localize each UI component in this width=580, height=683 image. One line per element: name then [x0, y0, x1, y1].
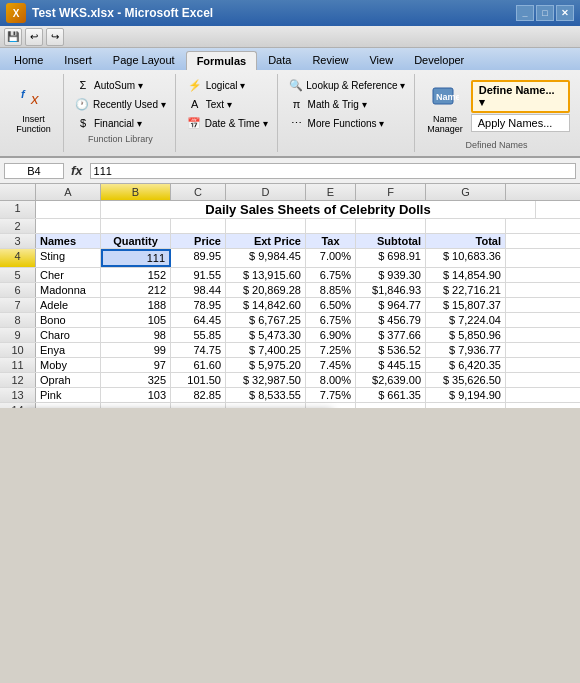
- cell-7-6[interactable]: $ 15,807.37: [426, 298, 506, 312]
- cell-6-4[interactable]: 8.85%: [306, 283, 356, 297]
- tab-insert[interactable]: Insert: [54, 51, 102, 70]
- cell-4-0[interactable]: Sting: [36, 249, 101, 267]
- cell-13-0[interactable]: Pink: [36, 388, 101, 402]
- col-header-g[interactable]: G: [426, 184, 506, 200]
- cell-13-3[interactable]: $ 8,533.55: [226, 388, 306, 402]
- cell-10-6[interactable]: $ 7,936.77: [426, 343, 506, 357]
- col-header-d[interactable]: D: [226, 184, 306, 200]
- cell-reference-box[interactable]: [4, 163, 64, 179]
- cell-10-3[interactable]: $ 7,400.25: [226, 343, 306, 357]
- cell-9-4[interactable]: 6.90%: [306, 328, 356, 342]
- save-button[interactable]: 💾: [4, 28, 22, 46]
- recently-used-button[interactable]: 🕐 Recently Used ▾: [72, 95, 169, 113]
- cell-f14[interactable]: [356, 403, 426, 408]
- cell-6-1[interactable]: 212: [101, 283, 171, 297]
- cell-7-2[interactable]: 78.95: [171, 298, 226, 312]
- cell-e3[interactable]: Tax: [306, 234, 356, 248]
- cell-a1[interactable]: [36, 201, 101, 218]
- cell-8-2[interactable]: 64.45: [171, 313, 226, 327]
- cell-b3[interactable]: Quantity: [101, 234, 171, 248]
- logical-button[interactable]: ⚡ Logical ▾: [184, 76, 271, 94]
- cell-4-2[interactable]: 89.95: [171, 249, 226, 267]
- name-manager-button[interactable]: Name NameManager: [423, 76, 467, 138]
- cell-12-6[interactable]: $ 35,626.50: [426, 373, 506, 387]
- define-name-button[interactable]: Define Name... ▾: [471, 80, 570, 113]
- cell-6-6[interactable]: $ 22,716.21: [426, 283, 506, 297]
- cell-11-5[interactable]: $ 445.15: [356, 358, 426, 372]
- cell-9-6[interactable]: $ 5,850.96: [426, 328, 506, 342]
- apply-names-button[interactable]: Apply Names...: [471, 114, 570, 132]
- cell-9-1[interactable]: 98: [101, 328, 171, 342]
- cell-7-3[interactable]: $ 14,842.60: [226, 298, 306, 312]
- redo-button[interactable]: ↪: [46, 28, 64, 46]
- minimize-button[interactable]: _: [516, 5, 534, 21]
- cell-5-6[interactable]: $ 14,854.90: [426, 268, 506, 282]
- cell-10-1[interactable]: 99: [101, 343, 171, 357]
- cell-5-2[interactable]: 91.55: [171, 268, 226, 282]
- cell-11-1[interactable]: 97: [101, 358, 171, 372]
- insert-function-button[interactable]: f x InsertFunction: [12, 76, 55, 138]
- lookup-button[interactable]: 🔍 Lookup & Reference ▾: [286, 76, 409, 94]
- close-button[interactable]: ✕: [556, 5, 574, 21]
- cell-11-2[interactable]: 61.60: [171, 358, 226, 372]
- cell-5-0[interactable]: Cher: [36, 268, 101, 282]
- cell-6-3[interactable]: $ 20,869.28: [226, 283, 306, 297]
- cell-12-3[interactable]: $ 32,987.50: [226, 373, 306, 387]
- cell-11-3[interactable]: $ 5,975.20: [226, 358, 306, 372]
- cell-12-4[interactable]: 8.00%: [306, 373, 356, 387]
- cell-g3[interactable]: Total: [426, 234, 506, 248]
- cell-g14[interactable]: [426, 403, 506, 408]
- cell-12-5[interactable]: $2,639.00: [356, 373, 426, 387]
- cell-5-5[interactable]: $ 939.30: [356, 268, 426, 282]
- cell-12-0[interactable]: Oprah: [36, 373, 101, 387]
- cell-7-0[interactable]: Adele: [36, 298, 101, 312]
- cell-13-6[interactable]: $ 9,194.90: [426, 388, 506, 402]
- cell-4-4[interactable]: 7.00%: [306, 249, 356, 267]
- cell-5-1[interactable]: 152: [101, 268, 171, 282]
- more-functions-button[interactable]: ⋯ More Functions ▾: [286, 114, 409, 132]
- col-header-a[interactable]: A: [36, 184, 101, 200]
- cell-4-5[interactable]: $ 698.91: [356, 249, 426, 267]
- cell-4-3[interactable]: $ 9,984.45: [226, 249, 306, 267]
- cell-13-5[interactable]: $ 661.35: [356, 388, 426, 402]
- cell-9-3[interactable]: $ 5,473.30: [226, 328, 306, 342]
- cell-a2[interactable]: [36, 219, 101, 233]
- math-button[interactable]: π Math & Trig ▾: [286, 95, 409, 113]
- cell-12-2[interactable]: 101.50: [171, 373, 226, 387]
- undo-button[interactable]: ↩: [25, 28, 43, 46]
- cell-a3[interactable]: Names: [36, 234, 101, 248]
- col-header-e[interactable]: E: [306, 184, 356, 200]
- cell-f3[interactable]: Subtotal: [356, 234, 426, 248]
- cell-10-0[interactable]: Enya: [36, 343, 101, 357]
- cell-11-6[interactable]: $ 6,420.35: [426, 358, 506, 372]
- cell-10-5[interactable]: $ 536.52: [356, 343, 426, 357]
- cell-5-4[interactable]: 6.75%: [306, 268, 356, 282]
- cell-b1[interactable]: Daily Sales Sheets of Celebrity Dolls: [101, 201, 536, 218]
- cell-11-0[interactable]: Moby: [36, 358, 101, 372]
- cell-f2[interactable]: [356, 219, 426, 233]
- cell-13-2[interactable]: 82.85: [171, 388, 226, 402]
- cell-10-2[interactable]: 74.75: [171, 343, 226, 357]
- cell-6-2[interactable]: 98.44: [171, 283, 226, 297]
- cell-8-5[interactable]: $ 456.79: [356, 313, 426, 327]
- cell-7-4[interactable]: 6.50%: [306, 298, 356, 312]
- tab-review[interactable]: Review: [302, 51, 358, 70]
- cell-10-4[interactable]: 7.25%: [306, 343, 356, 357]
- datetime-button[interactable]: 📅 Date & Time ▾: [184, 114, 271, 132]
- cell-8-0[interactable]: Bono: [36, 313, 101, 327]
- cell-4-6[interactable]: $ 10,683.36: [426, 249, 506, 267]
- cell-6-0[interactable]: Madonna: [36, 283, 101, 297]
- cell-7-1[interactable]: 188: [101, 298, 171, 312]
- tab-view[interactable]: View: [359, 51, 403, 70]
- cell-b2[interactable]: [101, 219, 171, 233]
- cell-c2[interactable]: [171, 219, 226, 233]
- cell-d2[interactable]: [226, 219, 306, 233]
- tab-page-layout[interactable]: Page Layout: [103, 51, 185, 70]
- cell-9-2[interactable]: 55.85: [171, 328, 226, 342]
- maximize-button[interactable]: □: [536, 5, 554, 21]
- cell-e2[interactable]: [306, 219, 356, 233]
- cell-9-5[interactable]: $ 377.66: [356, 328, 426, 342]
- cell-g2[interactable]: [426, 219, 506, 233]
- formula-input[interactable]: [90, 163, 576, 179]
- cell-4-1[interactable]: 111: [101, 249, 171, 267]
